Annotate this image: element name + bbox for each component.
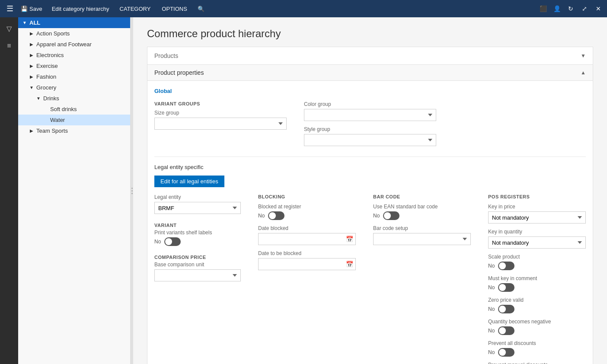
quantity-becomes-negative-value: No — [488, 328, 495, 334]
use-ean-toggle[interactable] — [383, 211, 399, 220]
size-group-select[interactable] — [154, 118, 287, 130]
products-section-header[interactable]: Products ▼ — [147, 47, 593, 65]
key-in-price-label: Key in price — [488, 204, 586, 210]
titlebar-nav: CATEGORY OPTIONS — [115, 4, 192, 14]
product-properties-header[interactable]: Product properties ▲ — [147, 65, 593, 81]
date-to-be-blocked-label: Date to be blocked — [258, 250, 356, 256]
empty-right — [454, 101, 586, 146]
quantity-becomes-negative-toggle[interactable] — [498, 326, 514, 335]
sidebar-item-apparel[interactable]: ▶ Apparel and Footwear — [18, 39, 130, 50]
close-icon[interactable]: ✕ — [593, 3, 604, 14]
calendar-icon: 📅 — [346, 261, 353, 268]
prevent-all-discounts-value: No — [488, 349, 495, 355]
prevent-all-discounts-row: No — [488, 348, 586, 357]
sidebar-item-grocery[interactable]: ▼ Grocery — [18, 82, 130, 93]
legal-entity-section: Legal entity specific Edit for all legal… — [154, 164, 586, 364]
key-in-quantity-label: Key in quantity — [488, 229, 586, 235]
must-key-in-comment-label: Must key in comment — [488, 275, 586, 281]
must-key-in-comment-row: No — [488, 283, 586, 292]
products-section: Products ▼ Product properties ▲ Global V… — [147, 47, 593, 364]
splitter-handle — [131, 188, 133, 194]
bar-code-setup-select[interactable] — [373, 233, 471, 245]
legal-col-1: Legal entity BRMF VARIANT Print variants… — [154, 194, 241, 364]
prevent-all-discounts-toggle[interactable] — [498, 348, 514, 357]
sidebar-item-water[interactable]: Water — [18, 115, 130, 125]
must-key-in-comment-toggle[interactable] — [498, 283, 514, 292]
base-comparison-unit-label: Base comparison unit — [154, 262, 241, 268]
sidebar-item-action-sports[interactable]: ▶ Action Sports — [18, 28, 130, 39]
zero-price-valid-label: Zero price valid — [488, 297, 586, 303]
sidebar-item-label: Exercise — [36, 63, 58, 69]
main-content: Commerce product hierarchy Products ▼ Pr… — [133, 17, 607, 364]
sidebar-item-soft-drinks[interactable]: Soft drinks — [18, 104, 130, 115]
global-label: Global — [154, 88, 586, 94]
divider — [154, 156, 586, 157]
page-main-title: Commerce product hierarchy — [147, 28, 593, 40]
user-icon[interactable]: 👤 — [552, 3, 562, 14]
sidebar-item-team-sports[interactable]: ▶ Team Sports — [18, 125, 130, 136]
date-to-be-blocked-input[interactable] — [258, 258, 356, 270]
date-blocked-input-wrapper: 📅 — [258, 233, 356, 245]
office-icon[interactable]: ⬛ — [538, 3, 548, 14]
product-properties-content: Global VARIANT GROUPS Size group Color g… — [147, 81, 593, 364]
zero-price-valid-toggle[interactable] — [498, 305, 514, 313]
style-group-select[interactable] — [304, 134, 436, 146]
chevron-right-icon: ▶ — [29, 63, 35, 69]
pos-registers-label: POS REGISTERS — [488, 194, 586, 202]
filter-icon[interactable]: ▽ — [1, 21, 17, 36]
refresh-icon[interactable]: ↻ — [565, 3, 576, 14]
print-variants-toggle[interactable] — [164, 237, 181, 246]
date-blocked-input[interactable] — [258, 233, 356, 245]
sidebar-item-label: Fashion — [36, 73, 56, 80]
chevron-down-icon: ▼ — [22, 20, 28, 26]
scale-product-value: No — [488, 263, 495, 269]
color-group-select[interactable] — [304, 109, 436, 121]
legal-col-pos: POS REGISTERS Key in price Not mandatory… — [488, 194, 586, 364]
blocking-label: BLOCKING — [258, 194, 356, 202]
date-blocked-label: Date blocked — [258, 225, 356, 231]
print-variants-label: Print variants shelf labels — [154, 230, 241, 236]
sidebar-item-electronics[interactable]: ▶ Electronics — [18, 50, 130, 61]
edit-all-legal-entities-button[interactable]: Edit for all legal entities — [154, 176, 224, 187]
bar-code-setup-label: Bar code setup — [373, 225, 471, 231]
sidebar-item-label: ALL — [29, 19, 40, 26]
sidebar-item-drinks[interactable]: ▼ Drinks — [18, 93, 130, 104]
main-layout: ▽ ≡ ▼ ALL ▶ Action Sports ▶ Apparel and … — [0, 17, 607, 364]
sidebar-item-all[interactable]: ▼ ALL — [18, 17, 130, 28]
chevron-right-icon: ▶ — [29, 128, 35, 134]
toggle-knob — [384, 212, 391, 219]
key-in-price-select[interactable]: Not mandatory Mandatory Optional — [488, 211, 586, 224]
hamburger-icon[interactable]: ☰ — [3, 2, 16, 15]
sidebar-item-label: Apparel and Footwear — [36, 41, 92, 48]
chevron-right-icon: ▶ — [29, 52, 35, 58]
legal-entity-select[interactable]: BRMF — [154, 202, 241, 214]
titlebar: ☰ 💾 Save Edit category hierarchy CATEGOR… — [0, 0, 607, 17]
save-label: Save — [29, 6, 42, 12]
toggle-knob — [499, 349, 506, 356]
search-icon[interactable]: 🔍 — [196, 3, 206, 14]
toggle-knob — [499, 262, 506, 269]
save-button[interactable]: 💾 Save — [16, 4, 47, 14]
print-variants-value: No — [154, 239, 161, 245]
save-icon: 💾 — [21, 6, 28, 12]
sidebar-item-label: Water — [50, 117, 65, 123]
scale-product-toggle[interactable] — [498, 262, 514, 270]
base-comparison-unit-select[interactable] — [154, 269, 241, 281]
list-icon[interactable]: ≡ — [1, 38, 17, 54]
sidebar-item-label: Action Sports — [36, 30, 70, 37]
sidebar-item-exercise[interactable]: ▶ Exercise — [18, 61, 130, 71]
scale-product-row: No — [488, 262, 586, 270]
comparison-price-label: COMPARISON PRICE — [154, 255, 241, 260]
sidebar-item-fashion[interactable]: ▶ Fashion — [18, 71, 130, 82]
category-nav[interactable]: CATEGORY — [115, 4, 156, 14]
blocked-at-register-toggle[interactable] — [268, 211, 284, 220]
toggle-knob — [165, 238, 172, 245]
page-title-bar: Edit category hierarchy — [52, 6, 109, 12]
key-in-quantity-select[interactable]: Not mandatory Mandatory Optional — [488, 236, 586, 249]
toggle-knob — [499, 327, 506, 334]
options-nav[interactable]: OPTIONS — [157, 4, 192, 14]
prevent-manual-discounts-label: Prevent manual discounts — [488, 362, 586, 364]
sidebar-item-label: Soft drinks — [50, 106, 77, 112]
use-ean-row: No — [373, 211, 471, 220]
expand-icon[interactable]: ⤢ — [579, 3, 590, 14]
